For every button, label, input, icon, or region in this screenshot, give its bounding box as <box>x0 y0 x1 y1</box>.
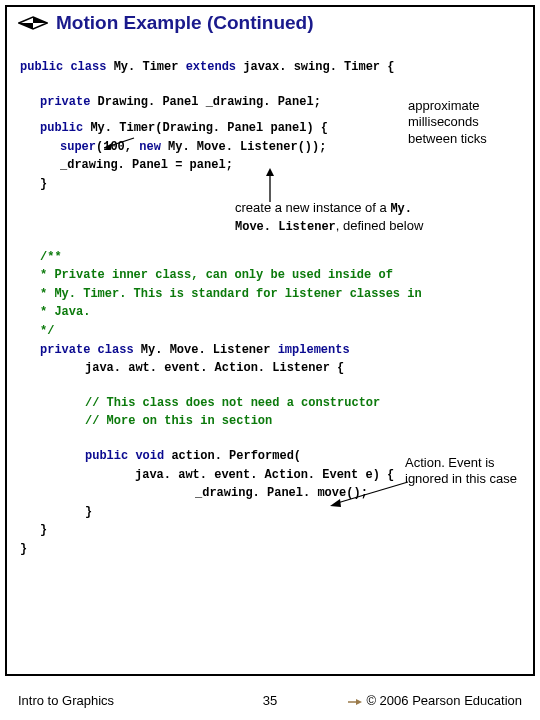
kw-private-class: private class <box>40 343 141 357</box>
diamond-bullet-icon <box>18 16 48 30</box>
annotation-text: approximate milliseconds between ticks <box>408 98 487 146</box>
brace-close4: } <box>20 542 27 556</box>
listener-type: java. awt. event. Action. Listener { <box>85 361 344 375</box>
kw-public: public <box>40 121 90 135</box>
comment: * My. Timer. This is standard for listen… <box>40 287 422 301</box>
footer-left: Intro to Graphics <box>18 693 114 708</box>
inner-classname: My. Move. Listener <box>141 343 278 357</box>
brace-close1: } <box>40 177 47 191</box>
slide-footer: Intro to Graphics 35 © 2006 Pearson Educ… <box>0 693 540 708</box>
kw-public: public class <box>20 60 114 74</box>
kw-public-void: public void <box>85 449 171 463</box>
comment: */ <box>40 324 54 338</box>
svg-marker-10 <box>356 699 362 705</box>
arrow-right-icon <box>348 693 362 708</box>
brace-close3: } <box>40 523 47 537</box>
supertype: javax. swing. Timer { <box>243 60 394 74</box>
kw-super: super <box>60 140 96 154</box>
comment: * Private inner class, can only be used … <box>40 268 393 282</box>
annotation-ignored: Action. Event is ignored in this case <box>405 455 520 488</box>
slide-header: Motion Example (Continued) <box>18 12 314 34</box>
annotation-text: Action. Event is ignored in this case <box>405 455 517 486</box>
classname: My. Timer <box>114 60 186 74</box>
annotation-instance: create a new instance of a My. Move. Lis… <box>235 200 435 235</box>
footer-right: © 2006 Pearson Education <box>348 693 522 708</box>
page-number: 35 <box>263 693 277 708</box>
brace-close2: } <box>85 505 92 519</box>
copyright-text: © 2006 Pearson Education <box>366 693 522 708</box>
comment: // More on this in section <box>85 414 272 428</box>
kw-new: new <box>139 140 168 154</box>
assign-panel: _drawing. Panel = panel; <box>60 158 233 172</box>
annotation-ticks: approximate milliseconds between ticks <box>408 98 518 147</box>
kw-implements: implements <box>278 343 350 357</box>
param-decl: java. awt. event. Action. Event e) { <box>135 468 394 482</box>
comment: * Java. <box>40 305 90 319</box>
move-call: _drawing. Panel. move(); <box>195 486 368 500</box>
method-name: action. Performed( <box>171 449 301 463</box>
annotation-text: create a new instance of a <box>235 200 390 215</box>
kw-private: private <box>40 95 98 109</box>
annotation-text: , defined below <box>336 218 423 233</box>
svg-marker-1 <box>33 17 47 23</box>
super-args1: (100, <box>96 140 139 154</box>
field-decl: Drawing. Panel _drawing. Panel; <box>98 95 321 109</box>
comment: /** <box>40 250 62 264</box>
comment: // This class does not need a constructo… <box>85 396 380 410</box>
ctor-sig: My. Timer(Drawing. Panel panel) { <box>90 121 328 135</box>
kw-extends: extends <box>186 60 244 74</box>
super-args2: My. Move. Listener()); <box>168 140 326 154</box>
slide-title: Motion Example (Continued) <box>56 12 314 34</box>
